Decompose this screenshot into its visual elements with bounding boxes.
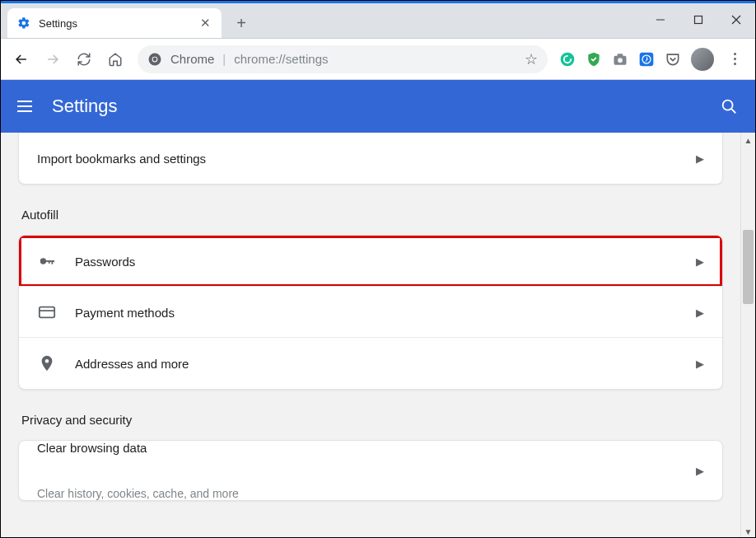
chrome-icon	[147, 52, 162, 67]
close-tab-icon[interactable]: ✕	[198, 16, 212, 30]
people-card: Import bookmarks and settings ▶	[18, 133, 723, 185]
hamburger-menu-icon[interactable]	[17, 96, 37, 116]
browser-toolbar: Chrome | chrome://settings ☆	[1, 39, 755, 80]
chevron-right-icon: ▶	[696, 152, 704, 165]
autofill-card: Passwords ▶ Payment methods ▶ Addresses …	[18, 235, 723, 390]
clear-browsing-data-row[interactable]: Clear browsing data Clear history, cooki…	[19, 441, 722, 500]
minimize-button[interactable]	[642, 3, 679, 36]
payment-methods-row[interactable]: Payment methods ▶	[19, 287, 722, 338]
appbar-title: Settings	[52, 96, 719, 117]
row-label: Addresses and more	[75, 357, 678, 371]
privacy-card: Clear browsing data Clear history, cooki…	[18, 440, 723, 501]
home-button[interactable]	[101, 45, 129, 73]
browser-tab-settings[interactable]: Settings ✕	[7, 8, 222, 38]
scroll-up-arrow[interactable]: ▲	[741, 133, 755, 147]
key-icon	[37, 252, 57, 270]
profile-avatar[interactable]	[691, 48, 714, 71]
bookmark-star-icon[interactable]: ☆	[525, 50, 538, 68]
vertical-scrollbar[interactable]: ▲ ▼	[740, 133, 755, 538]
chrome-menu-button[interactable]	[721, 45, 749, 73]
chevron-right-icon: ▶	[696, 255, 704, 268]
forward-button[interactable]	[39, 45, 67, 73]
tab-title: Settings	[39, 17, 190, 30]
addresses-row[interactable]: Addresses and more ▶	[19, 338, 722, 389]
omnibox-origin: Chrome	[170, 52, 214, 66]
svg-rect-19	[40, 307, 54, 318]
settings-viewport: Import bookmarks and settings ▶ Autofill…	[1, 133, 755, 538]
chevron-right-icon: ▶	[696, 465, 704, 477]
svg-point-6	[153, 57, 157, 61]
row-label: Passwords	[75, 255, 678, 269]
svg-rect-18	[49, 260, 50, 264]
row-label: Clear browsing data	[37, 441, 147, 484]
extension-pocket-icon[interactable]	[661, 48, 684, 71]
settings-content: Import bookmarks and settings ▶ Autofill…	[1, 133, 740, 538]
settings-appbar: Settings	[1, 80, 755, 133]
extension-compass-icon[interactable]	[635, 48, 658, 71]
new-tab-button[interactable]: +	[230, 12, 253, 35]
svg-rect-17	[52, 260, 54, 264]
passwords-row[interactable]: Passwords ▶	[19, 236, 722, 287]
extension-camera-icon[interactable]	[609, 48, 632, 71]
svg-rect-1	[695, 16, 702, 24]
svg-rect-10	[618, 54, 623, 56]
location-pin-icon	[37, 354, 57, 372]
import-bookmarks-row[interactable]: Import bookmarks and settings ▶	[19, 133, 722, 184]
omnibox-divider: |	[222, 52, 226, 66]
chevron-right-icon: ▶	[696, 358, 704, 370]
maximize-button[interactable]	[679, 3, 717, 36]
section-title-autofill: Autofill	[21, 208, 723, 222]
search-icon[interactable]	[719, 96, 739, 116]
window-controls	[642, 3, 755, 36]
svg-point-7	[561, 52, 575, 66]
gear-icon	[17, 16, 30, 30]
address-bar[interactable]: Chrome | chrome://settings ☆	[138, 45, 548, 73]
omnibox-url: chrome://settings	[234, 52, 516, 66]
tab-strip: Settings ✕ +	[1, 3, 755, 38]
svg-point-15	[40, 258, 46, 264]
row-label: Import bookmarks and settings	[37, 152, 678, 166]
close-window-button[interactable]	[717, 3, 755, 36]
svg-line-14	[731, 109, 735, 113]
section-title-privacy: Privacy and security	[21, 413, 723, 427]
reload-button[interactable]	[70, 45, 98, 73]
svg-point-9	[618, 58, 623, 63]
scroll-thumb[interactable]	[743, 230, 754, 304]
extension-shield-icon[interactable]	[582, 48, 605, 71]
svg-point-13	[723, 101, 733, 110]
scroll-track[interactable]	[741, 147, 755, 524]
back-button[interactable]	[7, 45, 35, 73]
extension-grammarly-icon[interactable]	[556, 48, 579, 71]
credit-card-icon	[37, 303, 57, 321]
row-sublabel: Clear history, cookies, cache, and more	[37, 487, 239, 500]
row-label: Payment methods	[75, 306, 678, 320]
scroll-down-arrow[interactable]: ▼	[741, 524, 755, 538]
chevron-right-icon: ▶	[696, 306, 704, 319]
